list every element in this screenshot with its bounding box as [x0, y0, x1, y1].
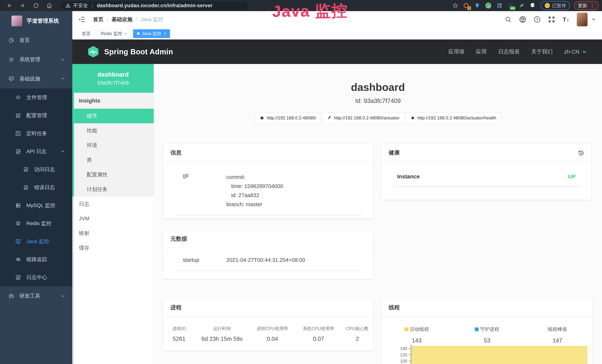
- sidebar-item-java-monitor[interactable]: Java 监控: [0, 232, 72, 250]
- tab-java-monitor[interactable]: Java 监控 ×: [133, 29, 170, 38]
- insights-group: Insights 细节 性能 环境 类 配置属性 计划任务: [72, 93, 154, 197]
- profile-paused-pill[interactable]: 已暂停: [541, 1, 570, 10]
- eye-icon: [15, 257, 21, 262]
- sidebar-item-home[interactable]: 首页: [0, 31, 72, 50]
- locale-selector[interactable]: zh-CN: [564, 49, 587, 55]
- tick-mark: [409, 354, 411, 355]
- extensions-puzzle-icon[interactable]: [529, 2, 536, 9]
- help-icon[interactable]: ?: [533, 16, 541, 23]
- sidebar-item-redis-monitor[interactable]: Redis 监控: [0, 214, 72, 232]
- sidebar-item-api-logs[interactable]: API 日志: [0, 142, 72, 161]
- instance-links: http://192.168.0.2:48080/ http://192.168…: [154, 113, 602, 123]
- extension-green-circle-icon[interactable]: y: [485, 2, 492, 9]
- close-icon[interactable]: ×: [124, 31, 127, 36]
- sidebar-item-error-logs[interactable]: 错误日志: [0, 178, 72, 196]
- info-card-title: 信息: [170, 149, 182, 157]
- forward-icon[interactable]: [20, 3, 26, 9]
- chevron-down-icon: [582, 49, 587, 54]
- menu-item-config-props[interactable]: 配置属性: [72, 167, 154, 182]
- sba-nav-journal[interactable]: 日志报表: [498, 48, 520, 55]
- extension-orange-icon[interactable]: 1: [463, 2, 469, 9]
- peak-threads-value: 147: [522, 337, 592, 344]
- extension-pin-icon[interactable]: [474, 2, 481, 9]
- breadcrumb-home[interactable]: 首页: [93, 16, 103, 23]
- extension-grid-icon[interactable]: [496, 2, 503, 9]
- sba-brand[interactable]: Spring Boot Admin: [87, 46, 173, 58]
- menu-item-environment[interactable]: 环境: [72, 138, 154, 153]
- sidebar-submenu-infrastructure: 文件管理 配置管理 定时任务 API 日志: [0, 88, 72, 286]
- sidebar-item-system[interactable]: 系统管理: [0, 50, 72, 69]
- sba-nav-about[interactable]: 关于我们: [531, 48, 553, 55]
- cell-system-cpu: 0.07: [296, 336, 342, 342]
- sidebar-scroll-track[interactable]: [72, 197, 74, 364]
- update-button[interactable]: 更新 ⋮: [574, 1, 599, 10]
- menu-item-metrics[interactable]: 性能: [72, 123, 154, 138]
- tick-mark: [409, 361, 411, 361]
- sidebar-item-file-management[interactable]: 文件管理: [0, 88, 72, 107]
- health-url-button[interactable]: http://192.168.0.2:48080/actuator/health: [406, 113, 501, 123]
- chevron-up-icon: [60, 149, 65, 154]
- bookmark-star-icon[interactable]: [452, 3, 458, 9]
- process-table: 进程ID 运行时间 进程CPU使用率 系统CPU使用率 CPU核心数 5261 …: [163, 317, 373, 342]
- column-header: 系统CPU使用率: [296, 326, 342, 332]
- github-icon[interactable]: [519, 16, 526, 23]
- heartbeat-icon: [410, 116, 415, 120]
- search-icon[interactable]: [505, 16, 512, 23]
- home-icon[interactable]: [46, 3, 52, 9]
- threads-chart: 140 120 100: [382, 344, 592, 364]
- info-key: git: [183, 173, 226, 209]
- sidebar-item-config-management[interactable]: 配置管理: [0, 107, 72, 124]
- chevron-down-icon: [60, 57, 65, 62]
- active-dot: [137, 32, 140, 35]
- column-header: 运行时间: [195, 326, 249, 332]
- legend-live-threads: 活动线程: [405, 326, 429, 332]
- menu-kebab-icon[interactable]: ⋮: [590, 3, 595, 8]
- java-monitor-icon: [15, 238, 21, 244]
- sidebar-item-log-center[interactable]: 日志中心: [0, 268, 72, 286]
- close-icon[interactable]: ×: [163, 31, 166, 36]
- fullscreen-icon[interactable]: [548, 16, 555, 23]
- menu-item-classes[interactable]: 类: [72, 153, 154, 167]
- menu-item-jvm[interactable]: JVM: [72, 211, 154, 226]
- cell-uptime: 6d 23h 15m 59s: [195, 336, 249, 342]
- reload-icon[interactable]: [33, 3, 39, 9]
- warning-icon: [66, 3, 70, 8]
- menu-item-caches[interactable]: 缓存: [72, 240, 154, 255]
- extension-leaf-icon[interactable]: [518, 2, 525, 9]
- security-label: 不安全: [73, 2, 88, 9]
- tab-redis-monitor[interactable]: Redis 监控 ×: [97, 29, 131, 38]
- sidebar-item-tracing[interactable]: 链路追踪: [0, 250, 72, 268]
- menu-item-mappings[interactable]: 映射: [72, 226, 154, 240]
- sidebar-item-infrastructure[interactable]: 基础设施: [0, 69, 72, 88]
- sba-nav-applications[interactable]: 应用: [476, 48, 487, 55]
- breadcrumb-infrastructure[interactable]: 基础设施: [112, 16, 132, 23]
- user-avatar[interactable]: [577, 13, 588, 26]
- tab-home[interactable]: 首页: [78, 29, 95, 38]
- sidebar-fold-icon[interactable]: [78, 16, 86, 23]
- sba-nav-wallboard[interactable]: 应用墙: [448, 48, 464, 55]
- app-brand[interactable]: 芋道管理系统: [0, 11, 72, 31]
- blue-swatch: [475, 327, 479, 331]
- back-icon[interactable]: [6, 3, 12, 9]
- instance-header[interactable]: dashboard 93a3fc7f7409: [72, 64, 154, 93]
- sidebar-item-dev-tools[interactable]: 研发工具: [0, 286, 72, 306]
- extension-list-icon[interactable]: on: [507, 2, 514, 9]
- history-icon[interactable]: [578, 150, 584, 156]
- menu-item-scheduled-tasks[interactable]: 计划任务: [72, 182, 154, 197]
- log-icon: [15, 274, 21, 280]
- address-bar[interactable]: 不安全 | dashboard.yudao.iocoder.cn/infra/a…: [61, 1, 248, 10]
- font-size-icon[interactable]: TT: [562, 16, 570, 23]
- sidebar-item-access-logs[interactable]: 访问日志: [0, 161, 72, 178]
- tag-view-bar: 首页 Redis 监控 × Java 监控 ×: [72, 28, 602, 40]
- breadcrumb-current: Java 监控: [140, 16, 163, 23]
- menu-item-details[interactable]: 细节: [72, 109, 154, 123]
- actuator-url-button[interactable]: http://192.168.0.2:48080/actuator: [322, 113, 404, 123]
- user-menu-caret-icon[interactable]: [592, 19, 595, 21]
- yellow-swatch: [405, 327, 408, 331]
- health-instance-row: Instance UP: [382, 162, 591, 180]
- sidebar-item-scheduled-jobs[interactable]: 定时任务: [0, 124, 72, 142]
- sidebar-item-mysql-monitor[interactable]: MySQL 监控: [0, 196, 72, 214]
- service-url-button[interactable]: http://192.168.0.2:48080/: [255, 113, 321, 123]
- menu-item-logs[interactable]: 日志: [72, 197, 154, 211]
- app-sidebar: 芋道管理系统 首页 系统管理 基础设施 文件管理: [0, 11, 72, 364]
